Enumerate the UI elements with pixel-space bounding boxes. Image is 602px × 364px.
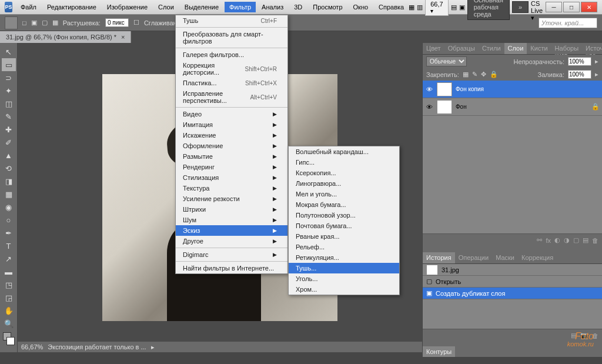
sketch-photocopy[interactable]: Ксерокопия... xyxy=(289,168,399,178)
selection-mode-new-icon[interactable]: □ xyxy=(22,19,26,26)
blur-tool[interactable]: ◉ xyxy=(2,201,16,213)
tab-swatches[interactable]: Образцы xyxy=(444,43,479,54)
filter-render[interactable]: Рендеринг▶ xyxy=(176,162,287,172)
tab-layers[interactable]: Слои xyxy=(504,43,527,54)
filter-stylize[interactable]: Стилизация▶ xyxy=(176,172,287,183)
tool-preset-icon[interactable] xyxy=(5,16,18,29)
sketch-halftone[interactable]: Полутоновой узор... xyxy=(289,210,399,221)
path-tool[interactable]: ↗ xyxy=(2,252,16,265)
filter-blur[interactable]: Размытие▶ xyxy=(176,151,287,162)
menu-view[interactable]: Просмотр xyxy=(308,2,347,12)
layer-name[interactable]: Фон xyxy=(456,103,588,110)
layer-name[interactable]: Фон копия xyxy=(456,86,600,92)
gradient-tool[interactable]: ▦ xyxy=(2,188,16,201)
tab-actions[interactable]: Операции xyxy=(455,252,492,263)
sketch-waterpaper[interactable]: Мокрая бумага... xyxy=(289,199,399,210)
filter-lens-correction[interactable]: Коррекция дисторсии...Shift+Ctrl+R xyxy=(176,60,287,78)
menu-window[interactable]: Окно xyxy=(349,2,373,12)
workspace-more-button[interactable]: » xyxy=(512,1,529,13)
lasso-tool[interactable]: ⊃ xyxy=(2,71,16,84)
marquee-tool[interactable]: ▭ xyxy=(2,58,16,71)
visibility-icon[interactable]: 👁 xyxy=(425,85,433,93)
fill-input[interactable] xyxy=(568,70,591,79)
selection-mode-intersect-icon[interactable]: ▦ xyxy=(52,19,58,26)
tab-clonesrc[interactable]: Источник кло xyxy=(582,43,602,54)
fill-arrow-icon[interactable]: ▸ xyxy=(595,71,598,78)
group-icon[interactable]: ▢ xyxy=(573,236,579,244)
history-brush-tool[interactable]: ⟲ xyxy=(2,162,16,175)
sketch-torn[interactable]: Рваные края... xyxy=(289,231,399,242)
minimize-button[interactable]: ─ xyxy=(546,2,562,12)
lock-position-icon[interactable]: ✥ xyxy=(481,71,486,78)
menu-help[interactable]: Справка xyxy=(374,2,409,12)
filter-convert-smart[interactable]: Преобразовать для смарт-фильтров xyxy=(176,29,287,46)
healing-tool[interactable]: ✚ xyxy=(2,123,16,136)
menu-layers[interactable]: Слои xyxy=(153,2,179,12)
status-info[interactable]: Экспозиция работает только в ... xyxy=(48,343,146,350)
filter-other[interactable]: Другое▶ xyxy=(176,236,287,246)
3d-tool[interactable]: ◳ xyxy=(2,278,16,291)
menu-analysis[interactable]: Анализ xyxy=(257,2,288,12)
tab-history[interactable]: История xyxy=(423,252,455,263)
maximize-button[interactable]: □ xyxy=(563,2,580,12)
bridge-icon[interactable]: ▦ xyxy=(409,4,414,11)
type-tool[interactable]: T xyxy=(2,239,16,252)
sketch-conte[interactable]: Волшебный карандаш... xyxy=(289,146,399,157)
sketch-chrome[interactable]: Хром... xyxy=(289,284,399,295)
menu-edit[interactable]: Редактирование xyxy=(42,2,101,12)
filter-gallery[interactable]: Галерея фильтров... xyxy=(176,49,287,60)
filter-texture[interactable]: Текстура▶ xyxy=(176,183,287,193)
feather-input[interactable] xyxy=(105,18,129,27)
trash-icon[interactable]: 🗑 xyxy=(592,237,598,244)
tab-paths[interactable]: Контуры xyxy=(423,346,455,357)
filter-strokes[interactable]: Штрихи▶ xyxy=(176,204,287,215)
tab-styles[interactable]: Стили xyxy=(479,43,504,54)
filter-digimarc[interactable]: Digimarc▶ xyxy=(176,249,287,260)
tab-color[interactable]: Цвет xyxy=(423,43,444,54)
background-color[interactable] xyxy=(6,337,15,345)
3d-camera-tool[interactable]: ◲ xyxy=(2,291,16,304)
color-swatches[interactable] xyxy=(3,332,15,345)
selection-mode-add-icon[interactable]: ▣ xyxy=(31,19,37,26)
menu-image[interactable]: Изображение xyxy=(102,2,152,12)
selection-mode-subtract-icon[interactable]: ▢ xyxy=(42,19,48,26)
history-state[interactable]: ▣ Создать дубликат слоя xyxy=(423,288,602,299)
screen-mode-icon[interactable]: ▣ xyxy=(459,4,465,11)
eyedropper-tool[interactable]: ✎ xyxy=(2,110,16,123)
filter-last[interactable]: ТушьCtrl+F xyxy=(176,15,287,26)
filter-sketch[interactable]: Эскиз▶ xyxy=(176,225,287,236)
new-layer-icon[interactable]: ▤ xyxy=(583,236,588,244)
brush-tool[interactable]: ✐ xyxy=(2,136,16,149)
menu-3d[interactable]: 3D xyxy=(289,2,307,12)
sketch-graphic-pen[interactable]: Тушь... xyxy=(289,263,399,273)
sketch-stamp[interactable]: Линогравюра... xyxy=(289,178,399,189)
zoom-display[interactable]: 66,7 ▾ xyxy=(425,0,448,16)
filter-liquify[interactable]: Пластика...Shift+Ctrl+X xyxy=(176,78,287,88)
close-button[interactable]: ✕ xyxy=(581,2,597,12)
layer-mask-icon[interactable]: ◐ xyxy=(554,236,560,244)
arrange-icon[interactable]: ▤ xyxy=(451,4,457,11)
pen-tool[interactable]: ✒ xyxy=(2,226,16,239)
layer-row[interactable]: 👁 Фон копия xyxy=(423,81,602,98)
tab-brushsets[interactable]: Наборы кист xyxy=(551,43,583,54)
move-tool[interactable]: ↖ xyxy=(2,45,16,58)
menu-select[interactable]: Выделение xyxy=(180,2,223,12)
status-zoom[interactable]: 66,67% xyxy=(21,343,43,350)
document-tab[interactable]: 31.jpg @ 66,7% (Фон копия, RGB/8) * × xyxy=(0,31,131,43)
filter-sharpen[interactable]: Усиление резкости▶ xyxy=(176,193,287,204)
refine-edge-button[interactable]: Уточн. край... xyxy=(539,18,597,28)
opacity-arrow-icon[interactable]: ▸ xyxy=(595,58,598,65)
sketch-notepaper[interactable]: Почтовая бумага... xyxy=(289,221,399,231)
layer-thumbnail[interactable] xyxy=(437,100,452,114)
workspace-button[interactable]: Основная рабочая среда xyxy=(467,0,510,20)
layer-fx-icon[interactable]: fx xyxy=(546,237,551,244)
filter-browse-online[interactable]: Найти фильтры в Интернете... xyxy=(176,263,287,273)
sketch-charcoal[interactable]: Уголь... xyxy=(289,273,399,284)
sketch-chalk[interactable]: Мел и уголь... xyxy=(289,189,399,199)
menu-filter[interactable]: Фильтр xyxy=(225,2,256,12)
wand-tool[interactable]: ✦ xyxy=(2,84,16,97)
filter-vanishing-point[interactable]: Исправление перспективы...Alt+Ctrl+V xyxy=(176,88,287,106)
shape-tool[interactable]: ▬ xyxy=(2,265,16,278)
filter-distort[interactable]: Искажение▶ xyxy=(176,130,287,141)
document-tab-close-icon[interactable]: × xyxy=(121,34,125,41)
